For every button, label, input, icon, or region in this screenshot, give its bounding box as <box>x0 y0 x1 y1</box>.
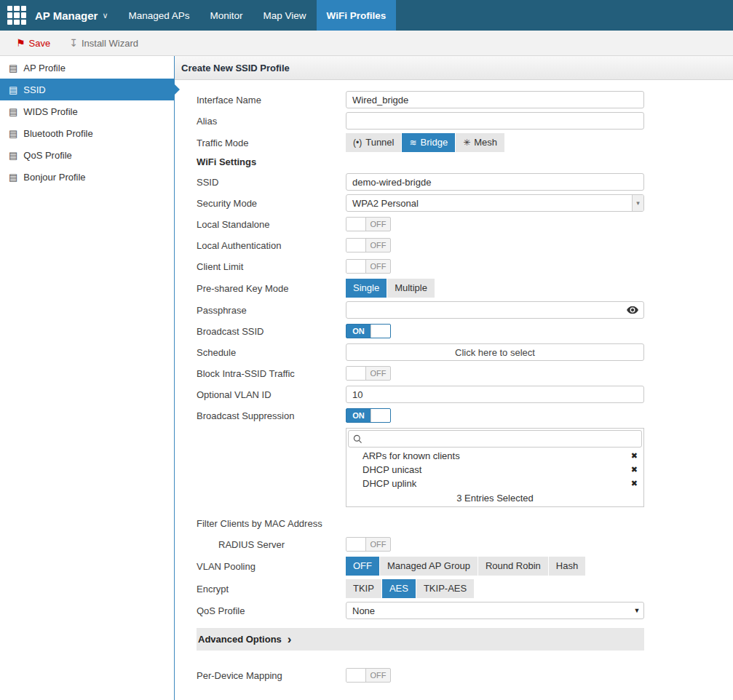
install-wizard-icon: ↧ <box>69 37 78 49</box>
field-psk-mode: Pre-shared Key Mode Single Multiple <box>197 279 733 298</box>
security-mode-select[interactable]: WPA2 Personal ▾ <box>346 194 644 212</box>
ap-manager-screen: AP Manager ∨ Managed APs Monitor Map Vie… <box>0 0 733 700</box>
vlan-pooling-segment: OFF Managed AP Group Round Robin Hash <box>346 557 585 576</box>
vlan-pooling-managed-ap-group-button[interactable]: Managed AP Group <box>380 557 478 576</box>
vlan-pooling-off-button[interactable]: OFF <box>346 557 379 576</box>
broadcast-suppression-toggle[interactable]: ON <box>346 408 391 423</box>
ssid-label: SSID <box>197 177 346 188</box>
sidebar-item-bonjour-profile[interactable]: ▤ Bonjour Profile <box>0 166 174 188</box>
field-per-device-mapping: Per-Device Mapping OFF <box>197 667 733 684</box>
schedule-select-button[interactable]: Click here to select <box>346 343 644 361</box>
qos-profile-select[interactable]: None ▼ <box>346 602 644 619</box>
toggle-state-label: OFF <box>366 367 390 380</box>
encrypt-tkip-aes-button[interactable]: TKIP-AES <box>416 579 474 598</box>
passphrase-label: Passphrase <box>197 305 346 316</box>
encrypt-aes-button[interactable]: AES <box>382 579 416 598</box>
tab-monitor[interactable]: Monitor <box>200 0 253 31</box>
sidebar-item-wids-profile[interactable]: ▤ WIDS Profile <box>0 100 174 122</box>
sidebar-item-ssid[interactable]: ▤ SSID <box>0 79 174 100</box>
ssid-profile-form: Interface Name Alias Traffic Mode <box>175 80 733 684</box>
local-standalone-toggle[interactable]: OFF <box>346 217 391 231</box>
field-security-mode: Security Mode WPA2 Personal ▾ <box>197 194 733 212</box>
toggle-state-label: OFF <box>366 669 390 682</box>
toggle-state-label: ON <box>346 325 371 338</box>
toggle-state-label: OFF <box>366 239 390 252</box>
list-icon: ▤ <box>9 106 17 117</box>
alias-input[interactable] <box>346 112 644 130</box>
traffic-mode-tunnel-button[interactable]: (•) Tunnel <box>346 133 401 152</box>
tab-map-view[interactable]: Map View <box>253 0 317 31</box>
app-title-dropdown[interactable]: AP Manager ∨ <box>33 0 118 31</box>
sidebar-item-label: QoS Profile <box>23 150 71 161</box>
list-icon: ▤ <box>9 84 17 95</box>
field-encrypt: Encrypt TKIP AES TKIP-AES <box>197 579 733 598</box>
vlan-pooling-round-robin-button[interactable]: Round Robin <box>478 557 548 576</box>
broadcast-ssid-toggle[interactable]: ON <box>346 324 391 338</box>
traffic-mode-label: Traffic Mode <box>197 138 346 148</box>
traffic-mode-bridge-button[interactable]: ≋ Bridge <box>402 133 455 152</box>
suppression-entry: DHCP uplink ✖ <box>346 477 643 490</box>
remove-entry-icon[interactable]: ✖ <box>631 479 638 488</box>
entry-label: ARPs for known clients <box>362 450 631 461</box>
remove-entry-icon[interactable]: ✖ <box>631 465 638 474</box>
profiles-sidebar: ▤ AP Profile ▤ SSID ▤ WIDS Profile ▤ Blu… <box>0 56 175 700</box>
per-device-mapping-toggle[interactable]: OFF <box>346 668 391 683</box>
tab-wifi-profiles[interactable]: WiFi Profiles <box>317 0 397 31</box>
client-limit-toggle[interactable]: OFF <box>346 259 391 274</box>
field-passphrase: Passphrase <box>197 301 733 319</box>
toggle-knob <box>346 669 366 682</box>
option-label: Multiple <box>395 282 427 295</box>
field-optional-vlan-id: Optional VLAN ID <box>197 386 733 403</box>
block-intra-ssid-label: Block Intra-SSID Traffic <box>197 368 346 379</box>
tab-managed-aps[interactable]: Managed APs <box>118 0 199 31</box>
security-mode-label: Security Mode <box>197 198 346 209</box>
mesh-icon: ✳ <box>463 136 470 149</box>
local-authentication-toggle[interactable]: OFF <box>346 238 391 252</box>
traffic-mode-segment: (•) Tunnel ≋ Bridge ✳ Mesh <box>346 133 504 152</box>
psk-single-button[interactable]: Single <box>346 279 387 298</box>
option-label: Hash <box>556 560 578 573</box>
option-label: TKIP <box>353 582 374 595</box>
wifi-settings-header: WiFi Settings <box>197 156 733 167</box>
broadcast-suppression-list-row: ARPs for known clients ✖ DHCP unicast ✖ … <box>197 428 733 507</box>
option-label: Single <box>353 282 379 295</box>
sidebar-item-qos-profile[interactable]: ▤ QoS Profile <box>0 144 174 166</box>
sidebar-item-bluetooth-profile[interactable]: ▤ Bluetooth Profile <box>0 122 174 144</box>
sidebar-item-ap-profile[interactable]: ▤ AP Profile <box>0 57 174 79</box>
field-local-authentication: Local Authentication OFF <box>197 236 733 254</box>
security-mode-value: WPA2 Personal <box>346 198 632 209</box>
vlan-pooling-hash-button[interactable]: Hash <box>549 557 585 576</box>
app-title-label: AP Manager <box>35 9 98 22</box>
suppression-search-input[interactable] <box>366 434 637 445</box>
suppression-entry: DHCP unicast ✖ <box>346 463 643 477</box>
install-wizard-label: Install Wizard <box>82 38 138 49</box>
ssid-input[interactable] <box>346 173 644 191</box>
option-label: Managed AP Group <box>387 560 470 573</box>
passphrase-input[interactable] <box>346 301 644 319</box>
sidebar-item-label: Bluetooth Profile <box>23 128 92 139</box>
optional-vlan-id-input[interactable] <box>346 386 644 403</box>
block-intra-ssid-toggle[interactable]: OFF <box>346 366 391 381</box>
eye-icon[interactable] <box>627 306 638 314</box>
toggle-state-label: ON <box>346 409 371 422</box>
entries-selected-count: 3 Entries Selected <box>346 490 643 506</box>
page-title: Create New SSID Profile <box>175 56 733 80</box>
encrypt-tkip-button[interactable]: TKIP <box>346 579 381 598</box>
chevron-down-icon: ▼ <box>630 607 643 614</box>
radius-server-toggle[interactable]: OFF <box>346 537 391 552</box>
entry-label: DHCP unicast <box>362 464 631 475</box>
fortinet-logo-icon <box>7 6 26 25</box>
save-button[interactable]: ⚑ Save <box>16 37 50 49</box>
remove-entry-icon[interactable]: ✖ <box>631 451 638 461</box>
sidebar-item-label: Bonjour Profile <box>23 172 85 183</box>
psk-multiple-button[interactable]: Multiple <box>387 279 435 298</box>
install-wizard-button[interactable]: ↧ Install Wizard <box>69 37 138 49</box>
list-icon: ▤ <box>9 150 17 161</box>
toggle-knob <box>346 260 366 273</box>
suppression-search <box>348 430 642 448</box>
field-broadcast-ssid: Broadcast SSID ON <box>197 322 733 340</box>
interface-name-input[interactable] <box>346 91 644 108</box>
advanced-options-expander[interactable]: Advanced Options › <box>197 628 644 651</box>
psk-mode-segment: Single Multiple <box>346 279 435 298</box>
traffic-mode-mesh-button[interactable]: ✳ Mesh <box>456 133 504 152</box>
